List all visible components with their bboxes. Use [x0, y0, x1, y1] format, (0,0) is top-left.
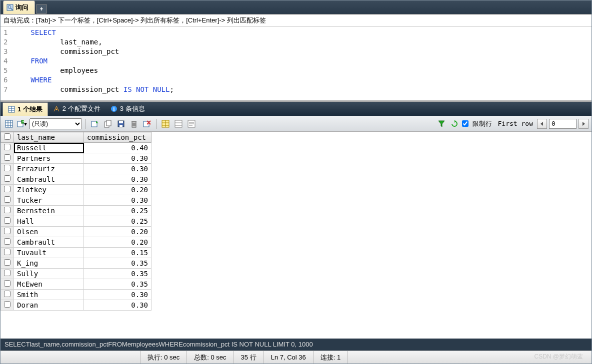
- cell-commission-pct[interactable]: 0.15: [84, 248, 152, 258]
- tab-messages[interactable]: i 3 条信息: [106, 102, 150, 115]
- copy-button[interactable]: [102, 118, 114, 129]
- cell-last-name[interactable]: Bernstein: [14, 206, 84, 216]
- view-grid-button[interactable]: [160, 118, 171, 129]
- info-icon: i: [110, 105, 118, 112]
- svg-rect-10: [6, 120, 12, 127]
- view-form-button[interactable]: [173, 118, 184, 129]
- tab-results[interactable]: 1 个结果: [2, 102, 48, 116]
- cell-commission-pct[interactable]: 0.20: [84, 237, 152, 248]
- table-row[interactable]: Olsen0.20: [1, 227, 152, 237]
- cell-last-name[interactable]: Russell: [14, 143, 84, 153]
- insert-button[interactable]: +▾: [16, 118, 28, 129]
- cell-commission-pct[interactable]: 0.35: [84, 258, 152, 269]
- cell-commission-pct[interactable]: 0.30: [84, 195, 152, 206]
- row-checkbox-cell[interactable]: [1, 164, 14, 174]
- cell-last-name[interactable]: Partners: [14, 153, 84, 164]
- row-checkbox-cell[interactable]: [1, 248, 14, 258]
- profile-icon: [53, 105, 60, 112]
- cell-commission-pct[interactable]: 0.30: [84, 174, 152, 185]
- cell-last-name[interactable]: Cambrault: [14, 237, 84, 248]
- cell-last-name[interactable]: Zlotkey: [14, 185, 84, 195]
- cell-last-name[interactable]: Doran: [14, 300, 84, 311]
- cell-last-name[interactable]: McEwen: [14, 279, 84, 290]
- edit-mode-select[interactable]: (只读): [30, 118, 82, 129]
- cell-commission-pct[interactable]: 0.25: [84, 216, 152, 227]
- table-row[interactable]: Tucker0.30: [1, 195, 152, 206]
- table-row[interactable]: Bernstein0.25: [1, 206, 152, 216]
- result-toolbar: +▾ (只读) 限制行 First row: [0, 116, 592, 132]
- export-button[interactable]: [90, 118, 100, 129]
- cell-last-name[interactable]: Tucker: [14, 195, 84, 206]
- result-grid[interactable]: last_name commission_pct Russell0.40Part…: [0, 132, 152, 311]
- query-tab[interactable]: 询问: [3, 0, 35, 14]
- column-header-commission-pct[interactable]: commission_pct: [84, 132, 152, 143]
- row-checkbox-cell[interactable]: [1, 258, 14, 269]
- tab-profiles[interactable]: 2 个配置文件: [48, 102, 106, 115]
- cell-last-name[interactable]: Cambrault: [14, 174, 84, 185]
- executed-query-bar: SELECTlast_name,commission_pctFROMemploy…: [0, 339, 592, 351]
- cancel-button[interactable]: [142, 118, 152, 129]
- table-row[interactable]: Partners0.30: [1, 153, 152, 164]
- show-all-button[interactable]: [4, 118, 14, 129]
- limit-rows-checkbox[interactable]: [462, 120, 468, 127]
- row-checkbox-cell[interactable]: [1, 216, 14, 227]
- row-checkbox-cell[interactable]: [1, 237, 14, 248]
- table-row[interactable]: K_ing0.35: [1, 258, 152, 269]
- code-area[interactable]: SELECT last_name, commission_pct FROM em…: [18, 27, 592, 100]
- cell-commission-pct[interactable]: 0.25: [84, 206, 152, 216]
- table-row[interactable]: Cambrault0.30: [1, 174, 152, 185]
- table-row[interactable]: Errazuriz0.30: [1, 164, 152, 174]
- next-page-button[interactable]: [578, 119, 588, 129]
- cell-commission-pct[interactable]: 0.40: [84, 143, 152, 153]
- table-row[interactable]: Smith0.30: [1, 290, 152, 300]
- cell-commission-pct[interactable]: 0.20: [84, 227, 152, 237]
- cell-last-name[interactable]: Sully: [14, 269, 84, 279]
- result-grid-wrap[interactable]: last_name commission_pct Russell0.40Part…: [0, 132, 592, 339]
- cell-commission-pct[interactable]: 0.35: [84, 269, 152, 279]
- row-checkbox-cell[interactable]: [1, 279, 14, 290]
- cell-last-name[interactable]: Smith: [14, 290, 84, 300]
- row-checkbox-cell[interactable]: [1, 227, 14, 237]
- cell-last-name[interactable]: Errazuriz: [14, 164, 84, 174]
- table-row[interactable]: Sully0.35: [1, 269, 152, 279]
- table-row[interactable]: Hall0.25: [1, 216, 152, 227]
- cell-commission-pct[interactable]: 0.20: [84, 185, 152, 195]
- cell-last-name[interactable]: K_ing: [14, 258, 84, 269]
- view-text-button[interactable]: [186, 118, 197, 129]
- row-checkbox-cell[interactable]: [1, 143, 14, 153]
- delete-button[interactable]: [128, 118, 140, 129]
- cell-last-name[interactable]: Olsen: [14, 227, 84, 237]
- table-row[interactable]: Zlotkey0.20: [1, 185, 152, 195]
- table-row[interactable]: Cambrault0.20: [1, 237, 152, 248]
- refresh-button[interactable]: [449, 118, 460, 129]
- add-tab-button[interactable]: +: [36, 4, 47, 14]
- row-checkbox-cell[interactable]: [1, 290, 14, 300]
- row-checkbox-cell[interactable]: [1, 174, 14, 185]
- table-row[interactable]: McEwen0.35: [1, 279, 152, 290]
- row-checkbox-cell[interactable]: [1, 206, 14, 216]
- cell-commission-pct[interactable]: 0.30: [84, 153, 152, 164]
- row-checkbox-cell[interactable]: [1, 153, 14, 164]
- row-checkbox-cell[interactable]: [1, 185, 14, 195]
- sql-editor[interactable]: 1234567 SELECT last_name, commission_pct…: [0, 27, 592, 102]
- cell-last-name[interactable]: Tuvault: [14, 248, 84, 258]
- column-header-last-name[interactable]: last_name: [14, 132, 84, 143]
- save-button[interactable]: [116, 118, 126, 129]
- query-tab-label: 询问: [16, 3, 28, 12]
- cell-commission-pct[interactable]: 0.30: [84, 300, 152, 311]
- row-checkbox-cell[interactable]: [1, 300, 14, 311]
- cell-commission-pct[interactable]: 0.30: [84, 164, 152, 174]
- cell-commission-pct[interactable]: 0.35: [84, 279, 152, 290]
- first-row-input[interactable]: [549, 119, 576, 129]
- cell-last-name[interactable]: Hall: [14, 216, 84, 227]
- query-icon: [6, 4, 14, 11]
- table-row[interactable]: Russell0.40: [1, 143, 152, 153]
- header-checkbox[interactable]: [1, 132, 14, 143]
- row-checkbox-cell[interactable]: [1, 269, 14, 279]
- table-row[interactable]: Tuvault0.15: [1, 248, 152, 258]
- cell-commission-pct[interactable]: 0.30: [84, 290, 152, 300]
- prev-page-button[interactable]: [537, 119, 547, 129]
- row-checkbox-cell[interactable]: [1, 195, 14, 206]
- filter-button[interactable]: [436, 118, 447, 129]
- table-row[interactable]: Doran0.30: [1, 300, 152, 311]
